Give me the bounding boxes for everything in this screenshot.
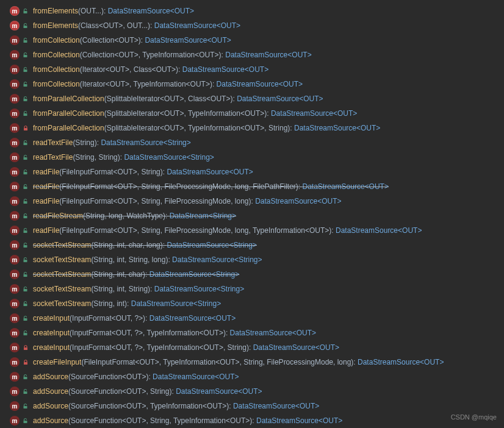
method-item[interactable]: mfromParallelCollection(SplittableIterat… (0, 91, 504, 106)
unlock-icon (22, 285, 29, 293)
method-item[interactable]: mreadTextFile(String, String): DataStrea… (0, 150, 504, 165)
svg-rect-3 (24, 55, 27, 57)
method-signature: fromCollection(Collection<OUT>, TypeInfo… (33, 51, 312, 59)
unlock-icon (22, 241, 29, 249)
method-item[interactable]: msocketTextStream(String, int, char, lon… (0, 238, 504, 252)
svg-rect-20 (24, 304, 27, 306)
svg-rect-25 (24, 377, 27, 379)
method-item[interactable]: mfromParallelCollection(SplittableIterat… (0, 106, 504, 121)
method-item[interactable]: mfromElements(Class<OUT>, OUT...): DataS… (0, 18, 504, 33)
method-params: (FileInputFormat<OUT>, String, FileProce… (59, 182, 298, 191)
svg-rect-21 (24, 318, 27, 321)
svg-rect-19 (24, 289, 27, 291)
method-item[interactable]: mfromElements(OUT...): DataStreamSource<… (0, 4, 504, 18)
method-item[interactable]: maddSource(SourceFunction<OUT>): DataStr… (0, 369, 504, 384)
method-item[interactable]: mcreateInput(InputFormat<OUT, ?>, TypeIn… (0, 340, 504, 355)
svg-rect-0 (24, 11, 27, 13)
return-separator: : (150, 21, 154, 30)
method-params: (String, int, String) (91, 285, 150, 293)
unlock-icon (22, 183, 29, 190)
method-icon: m (10, 123, 20, 133)
method-icon: m (10, 35, 20, 45)
method-item[interactable]: maddSource(SourceFunction<OUT>, String):… (0, 384, 504, 399)
unlock-icon (22, 37, 29, 44)
svg-rect-10 (24, 157, 27, 160)
method-item[interactable]: mfromCollection(Iterator<OUT>, TypeInfor… (0, 77, 504, 91)
method-item[interactable]: msocketTextStream(String, int, String, l… (0, 252, 504, 267)
return-separator: : (290, 124, 294, 132)
unlock-icon (22, 256, 29, 263)
unlock-icon (22, 51, 29, 59)
method-params: (SplittableIterator<OUT>, TypeInformatio… (104, 124, 290, 132)
method-signature: readFile(FileInputFormat<OUT>, String, F… (33, 226, 422, 235)
return-separator: : (252, 416, 256, 425)
method-signature: socketTextStream(String, int, String): D… (33, 285, 244, 293)
method-item[interactable]: mreadFile(FileInputFormat<OUT>, String, … (0, 194, 504, 209)
method-params: (FileInputFormat<OUT>, String, FileProce… (59, 197, 251, 205)
method-item[interactable]: mreadFileStream(String, long, WatchType)… (0, 209, 504, 223)
method-item[interactable]: mcreateInput(InputFormat<OUT, ?>): DataS… (0, 311, 504, 326)
return-type: DataStreamSource<OUT> (358, 358, 444, 366)
svg-rect-16 (24, 245, 27, 248)
method-item[interactable]: maddSource(SourceFunction<OUT>, String, … (0, 413, 504, 428)
method-name: socketTextStream (33, 299, 91, 308)
return-type: DataStreamSource<OUT> (256, 416, 342, 425)
unlock-icon (22, 271, 29, 278)
method-signature: socketTextStream(String, int): DataStrea… (33, 299, 221, 308)
return-separator: : (229, 402, 233, 410)
method-item[interactable]: mfromParallelCollection(SplittableIterat… (0, 121, 504, 135)
return-type: DataStreamSource<OUT> (303, 182, 389, 191)
method-name: fromElements (33, 7, 78, 15)
method-signature: addSource(SourceFunction<OUT>): DataStre… (33, 373, 239, 381)
method-item[interactable]: mfromCollection(Collection<OUT>): DataSt… (0, 33, 504, 48)
return-type: DataStreamSource<OUT> (153, 373, 239, 381)
method-params: (String, long, WatchType) (83, 212, 165, 220)
method-item[interactable]: mcreateFileInput(FileInputFormat<OUT>, T… (0, 355, 504, 369)
method-icon: m (10, 79, 20, 89)
method-params: (SplittableIterator<OUT>, TypeInformatio… (104, 109, 267, 118)
method-item[interactable]: mcreateInput(InputFormat<OUT, ?>, TypeIn… (0, 326, 504, 340)
return-type: DataStreamSource<OUT> (149, 314, 236, 323)
method-icon: m (10, 284, 20, 294)
unlock-icon (22, 95, 29, 102)
svg-rect-24 (24, 362, 27, 365)
method-signature: addSource(SourceFunction<OUT>, String, T… (33, 416, 342, 425)
return-separator: : (104, 7, 108, 15)
method-item[interactable]: msocketTextStream(String, int): DataStre… (0, 296, 504, 311)
return-type: DataStreamSource<String> (154, 285, 244, 293)
svg-rect-1 (24, 26, 27, 28)
return-type: DataStreamSource<String> (131, 299, 221, 308)
svg-rect-14 (24, 216, 27, 218)
method-item[interactable]: msocketTextStream(String, int, char): Da… (0, 267, 504, 282)
method-signature: createInput(InputFormat<OUT, ?>, TypeInf… (33, 329, 316, 337)
return-type: DataStreamSource<OUT> (225, 51, 311, 59)
method-item[interactable]: msocketTextStream(String, int, String): … (0, 282, 504, 296)
method-item[interactable]: mreadFile(FileInputFormat<OUT>, String, … (0, 223, 504, 238)
method-item[interactable]: mreadTextFile(String): DataStreamSource<… (0, 135, 504, 150)
method-item[interactable]: mreadFile(FileInputFormat<OUT>, String, … (0, 179, 504, 194)
method-signature: fromCollection(Iterator<OUT>, TypeInform… (33, 80, 303, 88)
method-signature: socketTextStream(String, int, char, long… (33, 241, 257, 249)
return-separator: : (127, 299, 131, 308)
method-signature: readTextFile(String): DataStreamSource<S… (33, 138, 191, 147)
return-type: DataStreamSource<OUT> (108, 7, 194, 15)
method-item[interactable]: maddSource(SourceFunction<OUT>, TypeInfo… (0, 399, 504, 413)
method-params: (FileInputFormat<OUT>, String) (59, 168, 162, 176)
method-item[interactable]: mfromCollection(Iterator<OUT>, Class<OUT… (0, 62, 504, 77)
method-signature: socketTextStream(String, int, char): Dat… (33, 270, 239, 279)
method-name: readTextFile (33, 153, 73, 162)
method-icon: m (10, 343, 20, 352)
unlock-icon (22, 227, 29, 234)
svg-rect-2 (24, 40, 27, 43)
svg-rect-9 (24, 143, 27, 145)
method-item[interactable]: mreadFile(FileInputFormat<OUT>, String):… (0, 165, 504, 179)
method-signature: readTextFile(String, String): DataStream… (33, 153, 214, 162)
return-type: DataStreamSource<OUT> (255, 197, 341, 205)
unlock-icon (22, 402, 29, 410)
return-separator: : (331, 226, 336, 235)
return-separator: : (178, 65, 182, 74)
method-item[interactable]: mfromCollection(Collection<OUT>, TypeInf… (0, 48, 504, 62)
method-name: createFileInput (33, 358, 81, 366)
method-icon: m (10, 167, 20, 177)
return-type: DataStreamSource<OUT> (230, 329, 316, 337)
